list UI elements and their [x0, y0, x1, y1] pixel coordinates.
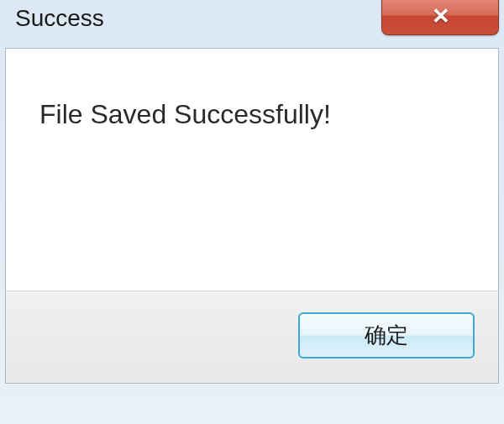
close-button[interactable]: ✕ [381, 0, 499, 35]
message-area: File Saved Successfully! [6, 49, 498, 291]
button-area: 确定 [6, 291, 498, 383]
message-text: File Saved Successfully! [39, 99, 331, 130]
titlebar: Success ✕ [0, 0, 504, 46]
close-icon: ✕ [432, 3, 449, 29]
dialog-title: Success [15, 5, 104, 32]
dialog-body: File Saved Successfully! 确定 [5, 48, 499, 384]
ok-button[interactable]: 确定 [298, 312, 475, 359]
